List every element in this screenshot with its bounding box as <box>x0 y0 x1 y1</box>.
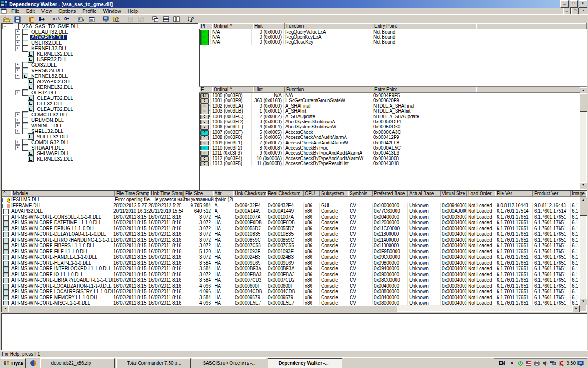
export-row[interactable]: C↪ 1010 (0x03F2) 8 (0x0008) AccessCheckB… <box>199 145 587 150</box>
tree-expand-box[interactable]: - <box>2 24 7 29</box>
tree-expand-box[interactable]: + <box>15 112 20 117</box>
export-row[interactable]: C↪ 1002 (0x03EA) 0 (0x0000) A_SHAFinal N… <box>199 104 587 109</box>
export-row[interactable]: C↪ 1011 (0x03F3) 9 (0x0009) AccessCheckB… <box>199 150 587 155</box>
mdi-close-button[interactable]: x <box>580 8 587 14</box>
menu-item[interactable]: View <box>38 8 56 14</box>
modules-column-header[interactable]: Product Ver <box>533 191 571 197</box>
export-row[interactable]: C↪ 1003 (0x03EB) 1 (0x0001) A_SHAInit NT… <box>199 109 587 114</box>
minimize-button[interactable]: _ <box>560 0 569 8</box>
module-row[interactable]: ■ API-MS-WIN-CORE-IO-L1-1-0.DLL 16/07/20… <box>2 272 580 278</box>
scroll-down-button[interactable]: ▼ <box>580 182 587 189</box>
tree-expand-box[interactable]: + <box>15 46 20 51</box>
tile-horizontal-button[interactable] <box>161 15 171 24</box>
modules-column-header[interactable]: Real Checksum <box>266 191 304 197</box>
import-row[interactable]: C N/A 0 (0x0000) RegCloseKey Not Bound <box>199 40 587 45</box>
tree-item[interactable]: SHELL32.DLL <box>1 134 198 139</box>
context-help-button[interactable]: ? <box>186 15 196 24</box>
export-row[interactable]: C↪ 1006 (0x03EE) 4 (0x0004) AbortSystemS… <box>199 124 587 129</box>
menu-item[interactable]: Edit <box>23 8 38 14</box>
log-pane[interactable] <box>1 313 587 351</box>
tree-item[interactable]: OLEAUT32.DLL <box>1 106 198 112</box>
exports-column-header[interactable] <box>476 87 580 93</box>
imports-column-header[interactable]: Ordinal ^ <box>212 23 253 29</box>
export-row[interactable]: 0#↪ 1000 (0x03E8) N/A N/A 0x0004E9E5 <box>199 93 587 98</box>
tree-expand-box[interactable]: + <box>15 123 20 128</box>
tree-expand-box[interactable]: + <box>15 29 20 34</box>
exports-column-header[interactable]: Ordinal ^ <box>212 87 253 93</box>
imports-column-header[interactable]: Function <box>285 23 373 29</box>
refresh-button[interactable] <box>125 15 136 24</box>
scroll-thumb[interactable] <box>8 305 397 312</box>
export-row[interactable]: C↪ 1009 (0x03F1) 7 (0x0007) AccessCheckA… <box>199 140 587 145</box>
tree-expand-box[interactable]: + <box>15 129 20 134</box>
modules-column-header[interactable]: Virtual Size <box>441 191 467 197</box>
language-indicator[interactable]: EN <box>497 361 507 366</box>
tray-clock[interactable]: 9:30 <box>567 361 576 366</box>
imports-column-header[interactable] <box>476 23 587 29</box>
imports-column-header[interactable]: Entry Point <box>373 23 476 29</box>
imports-column-header[interactable]: PI <box>199 23 212 29</box>
modules-column-header[interactable]: Symbols <box>348 191 373 197</box>
export-row[interactable]: C↪ 1005 (0x03ED) 3 (0x0003) AbortSystemS… <box>199 119 587 124</box>
tree-expand-box[interactable]: + <box>15 145 20 150</box>
module-properties-button[interactable] <box>86 15 97 24</box>
module-row[interactable]: ■ API-MS-WIN-CORE-LOCALIZATION-L1-1-0.DL… <box>2 283 580 289</box>
export-row[interactable]: C↪ 1001 (0x03E9) 360 (0x0168) I_ScGetCur… <box>199 98 587 103</box>
mdi-minimize-button[interactable]: _ <box>563 8 571 14</box>
tree-item[interactable]: + USER32.DLL <box>1 40 198 46</box>
task-button[interactable]: depends22_x86.zip <box>40 358 115 368</box>
collapse-chevron-icon[interactable]: « <box>509 360 515 367</box>
tree-expand-box[interactable]: + <box>15 40 20 46</box>
import-row[interactable]: C N/A 0 (0x0000) RegOpenKeyExA Not Bound <box>199 34 587 40</box>
tile-vertical-button[interactable] <box>171 15 182 24</box>
find-button[interactable] <box>37 15 47 24</box>
module-row[interactable]: ■ API-MS-WIN-CORE-DEBUG-L1-1-0.DLL 16/07… <box>2 226 580 232</box>
modules-column-header[interactable]: File Ver <box>495 191 533 197</box>
tree-item[interactable]: + VERSION.DLL <box>1 68 198 73</box>
export-row[interactable]: C↪ 1013 (0x03F5) 11 (0x000B) AccessCheck… <box>199 161 587 166</box>
scroll-down-button[interactable]: ▼ <box>580 299 587 305</box>
modules-vertical-scrollbar[interactable]: ▲ ▼ <box>580 197 586 305</box>
tree-expand-box[interactable]: + <box>15 140 20 145</box>
modules-column-header[interactable]: ^ <box>2 191 11 197</box>
exports-column-header[interactable]: E <box>199 87 212 93</box>
configure-button[interactable] <box>136 15 147 24</box>
menu-item[interactable]: File <box>8 8 23 14</box>
tree-item[interactable]: + COMDLG32.DLL <box>1 139 198 145</box>
modules-column-header[interactable]: Link Checksum <box>233 191 266 197</box>
module-row[interactable]: ■ API-MS-WIN-CORE-MISC-L1-1-0.DLL 16/07/… <box>2 300 580 305</box>
modules-column-header[interactable]: Attr. <box>213 191 233 197</box>
scroll-right-button[interactable]: ► <box>572 305 580 312</box>
tree-item[interactable]: KERNEL32.DLL <box>1 156 198 161</box>
menu-item[interactable]: Help <box>124 8 141 14</box>
tree-expand-box[interactable]: + <box>15 68 20 73</box>
quick-launch-firefox[interactable] <box>27 359 39 368</box>
save-button[interactable] <box>12 15 23 24</box>
tree-item[interactable]: + URLMON.DLL <box>1 117 198 123</box>
speaker-icon[interactable] <box>542 360 548 367</box>
expand-tree-button[interactable] <box>76 15 86 24</box>
network-icon[interactable] <box>550 360 557 367</box>
modules-horizontal-scrollbar[interactable]: ◄ ► <box>2 305 580 311</box>
close-button[interactable]: x <box>579 0 587 8</box>
module-row[interactable]: ■ API-MS-WIN-CORE-DATETIME-L1-1-0.DLL 16… <box>2 220 580 226</box>
tree-expand-box[interactable]: + <box>15 90 20 95</box>
modules-column-header[interactable]: Preferred Base <box>373 191 408 197</box>
tree-item[interactable]: + ADVAPI32.DLL <box>1 34 198 40</box>
external-viewer-button[interactable] <box>111 15 122 24</box>
mdi-document-icon[interactable] <box>1 8 7 14</box>
module-row[interactable]: ■ API-MS-WIN-CORE-CONSOLE-L1-1-0.DLL 16/… <box>2 214 580 220</box>
exports-column-header[interactable]: Entry Point <box>373 87 476 93</box>
tree-expand-box[interactable]: + <box>15 118 20 123</box>
export-row[interactable]: C↪ 1008 (0x03F0) 6 (0x0006) AccessCheckA… <box>199 135 587 140</box>
import-row[interactable]: C N/A 0 (0x0000) RegQueryValueExA Not Bo… <box>199 29 587 34</box>
task-button[interactable]: Dependency Walker -... <box>268 358 342 368</box>
module-row[interactable]: ■ API-MS-WIN-CORE-FILE-L1-1-0.DLL 16/07/… <box>2 249 580 255</box>
copy-button[interactable] <box>26 15 37 24</box>
modules-column-header[interactable]: File Size <box>184 191 213 197</box>
modules-column-header[interactable]: Load Order <box>467 191 495 197</box>
module-row[interactable]: ■ API-MS-WIN-CORE-INTERLOCKED-L1-1-0.DLL… <box>2 266 580 272</box>
tree-item[interactable]: - VSA_SAS_TO_GME.DLL <box>1 23 198 29</box>
exports-vertical-scrollbar[interactable]: ▲ ▼ <box>580 87 586 189</box>
restore-button[interactable]: ❐ <box>570 0 578 8</box>
